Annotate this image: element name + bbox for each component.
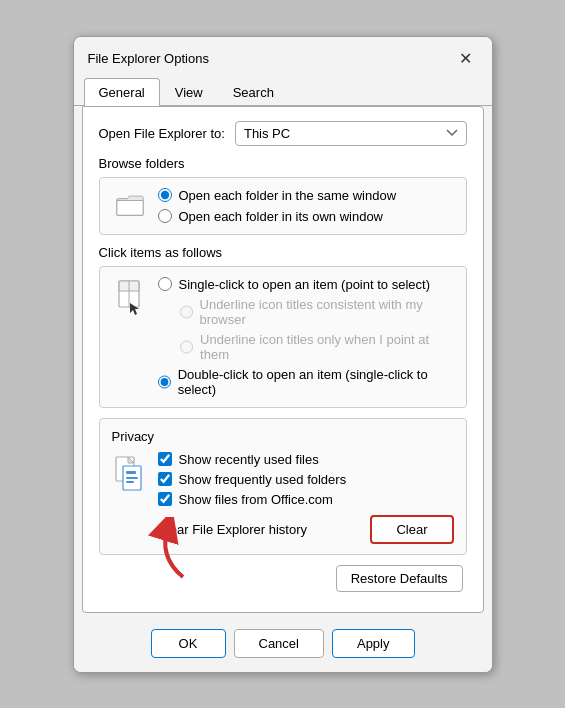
clear-button-wrapper: Clear	[370, 515, 453, 544]
cancel-button[interactable]: Cancel	[234, 629, 324, 658]
recently-used-option[interactable]: Show recently used files	[158, 452, 454, 467]
click-options-list: Single-click to open an item (point to s…	[158, 277, 454, 397]
svg-rect-7	[126, 471, 136, 474]
underline-browser-label: Underline icon titles consistent with my…	[200, 297, 454, 327]
browse-folders-section: Open each folder in the same window Open…	[99, 177, 467, 235]
browse-folders-title: Browse folders	[99, 156, 467, 171]
tab-search[interactable]: Search	[218, 78, 289, 106]
office-files-option[interactable]: Show files from Office.com	[158, 492, 454, 507]
privacy-section: Privacy Show recent	[99, 418, 467, 555]
clear-history-row: Clear File Explorer history	[158, 515, 454, 544]
ok-button[interactable]: OK	[151, 629, 226, 658]
red-arrow-annotation	[148, 517, 203, 582]
open-explorer-row: Open File Explorer to: This PC Quick acc…	[99, 121, 467, 146]
svg-rect-1	[116, 200, 142, 215]
frequently-used-checkbox[interactable]	[158, 472, 172, 486]
open-explorer-select[interactable]: This PC Quick access	[235, 121, 467, 146]
privacy-options-list: Show recently used files Show frequently…	[158, 452, 454, 544]
browse-folders-options: Open each folder in the same window Open…	[158, 188, 454, 224]
restore-defaults-button[interactable]: Restore Defaults	[336, 565, 463, 592]
frequently-used-option[interactable]: Show frequently used folders	[158, 472, 454, 487]
svg-rect-9	[126, 481, 134, 483]
single-click-radio[interactable]	[158, 277, 172, 291]
office-files-checkbox[interactable]	[158, 492, 172, 506]
frequently-used-label: Show frequently used folders	[179, 472, 347, 487]
double-click-radio[interactable]	[158, 375, 171, 389]
svg-rect-8	[126, 477, 138, 479]
double-click-label: Double-click to open an item (single-cli…	[178, 367, 454, 397]
recently-used-label: Show recently used files	[179, 452, 319, 467]
close-button[interactable]: ✕	[454, 47, 478, 71]
folder-icon	[112, 188, 148, 224]
single-click-label: Single-click to open an item (point to s…	[179, 277, 430, 292]
cursor-icon	[112, 277, 148, 313]
tab-view[interactable]: View	[160, 78, 218, 106]
dialog-footer: OK Cancel Apply	[74, 621, 492, 672]
click-items-inner: Single-click to open an item (point to s…	[112, 277, 454, 397]
browse-same-window-label: Open each folder in the same window	[179, 188, 397, 203]
privacy-inner: Show recently used files Show frequently…	[112, 452, 454, 544]
open-explorer-label: Open File Explorer to:	[99, 126, 225, 141]
tab-bar: General View Search	[74, 77, 492, 106]
underline-hover-label: Underline icon titles only when I point …	[200, 332, 453, 362]
click-items-section: Single-click to open an item (point to s…	[99, 266, 467, 408]
underline-hover-radio	[180, 340, 194, 354]
file-explorer-options-dialog: File Explorer Options ✕ General View Sea…	[73, 36, 493, 673]
recently-used-checkbox[interactable]	[158, 452, 172, 466]
clear-button[interactable]: Clear	[370, 515, 453, 544]
browse-same-window-option[interactable]: Open each folder in the same window	[158, 188, 454, 203]
browse-same-window-radio[interactable]	[158, 188, 172, 202]
double-click-option[interactable]: Double-click to open an item (single-cli…	[158, 367, 454, 397]
tab-content-general: Open File Explorer to: This PC Quick acc…	[82, 106, 484, 613]
single-click-option[interactable]: Single-click to open an item (point to s…	[158, 277, 454, 292]
clear-history-label-wrapper: Clear File Explorer history	[158, 522, 308, 537]
tab-general[interactable]: General	[84, 78, 160, 106]
underline-browser-option: Underline icon titles consistent with my…	[158, 297, 454, 327]
title-bar: File Explorer Options ✕	[74, 37, 492, 77]
browse-own-window-label: Open each folder in its own window	[179, 209, 384, 224]
underline-browser-radio	[180, 305, 193, 319]
office-files-label: Show files from Office.com	[179, 492, 333, 507]
dialog-title: File Explorer Options	[88, 51, 209, 66]
privacy-icon	[112, 452, 148, 488]
browse-own-window-radio[interactable]	[158, 209, 172, 223]
browse-own-window-option[interactable]: Open each folder in its own window	[158, 209, 454, 224]
click-items-title: Click items as follows	[99, 245, 467, 260]
apply-button[interactable]: Apply	[332, 629, 415, 658]
underline-hover-option: Underline icon titles only when I point …	[158, 332, 454, 362]
privacy-title: Privacy	[112, 429, 454, 444]
